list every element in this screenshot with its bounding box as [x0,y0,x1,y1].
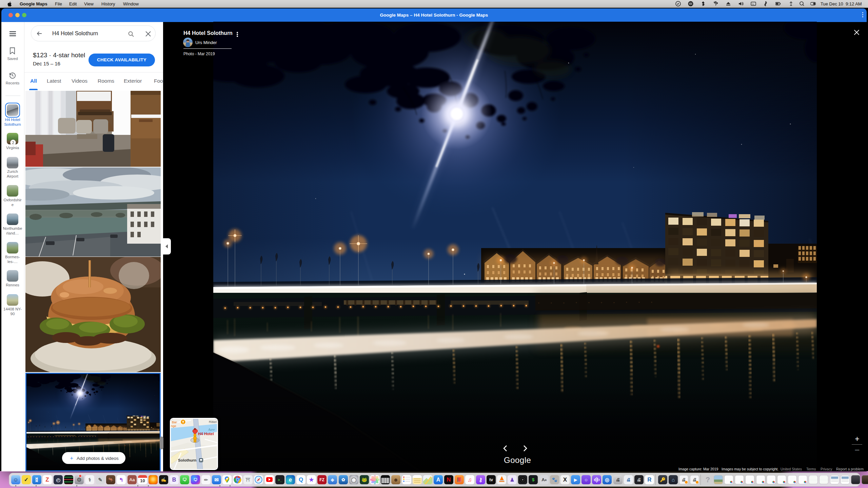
svg-text:Aare: Aare [208,428,215,431]
svg-text:=x: =x [752,3,754,5]
svg-text:nge: nge [171,424,176,428]
svg-text:Bar: Bar [172,420,177,424]
svg-text:H4 Hotel: H4 Hotel [198,432,214,436]
svg-text:Ritterq: Ritterq [209,420,217,424]
svg-text:Solothurn: Solothurn [178,458,196,462]
